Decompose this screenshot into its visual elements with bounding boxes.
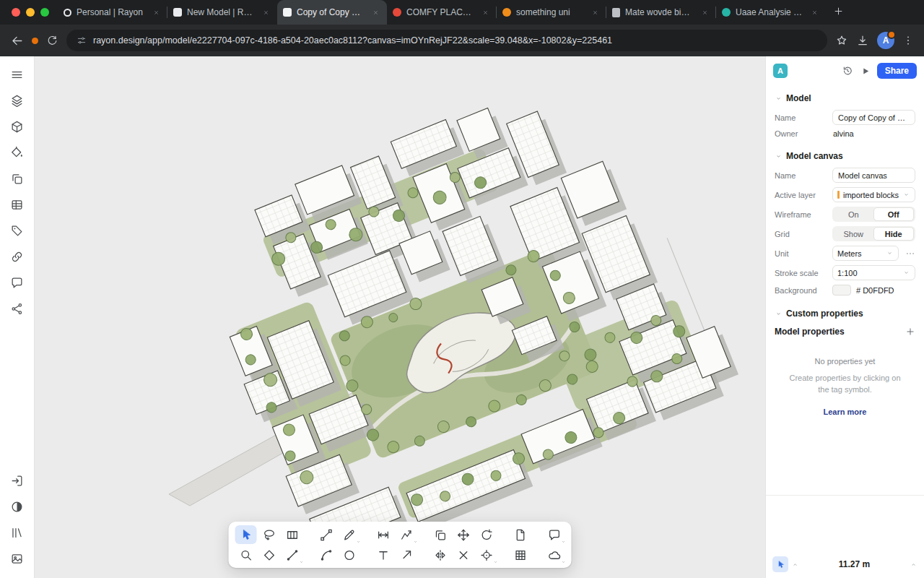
unit-select[interactable]: Meters bbox=[832, 246, 899, 261]
bookmark-star-button[interactable] bbox=[835, 34, 848, 47]
rail-cube-button[interactable] bbox=[5, 114, 30, 139]
cursor-mode-button[interactable] bbox=[772, 556, 788, 572]
tab-close-icon[interactable] bbox=[260, 7, 271, 18]
unit-more-button[interactable] bbox=[905, 249, 915, 259]
tool-comment-button[interactable] bbox=[544, 525, 565, 544]
present-play-icon[interactable] bbox=[860, 66, 871, 77]
custom-properties-section: Custom properties Model properties No pr… bbox=[766, 300, 924, 424]
rail-library-button[interactable] bbox=[5, 520, 30, 545]
tool-copy-button[interactable] bbox=[430, 525, 451, 544]
rail-tag-button[interactable] bbox=[5, 218, 30, 243]
browser-tab[interactable]: COMFY PLACE | W bbox=[387, 0, 497, 25]
canvas-name-input[interactable]: Model canvas bbox=[832, 168, 915, 183]
model-canvas-section-header[interactable]: Model canvas bbox=[775, 149, 915, 165]
custom-properties-title: Custom properties bbox=[786, 309, 863, 319]
site-settings-icon[interactable] bbox=[77, 35, 87, 46]
tool-text-button[interactable] bbox=[372, 545, 394, 564]
background-color-swatch[interactable] bbox=[832, 285, 851, 296]
chevron-down-icon[interactable] bbox=[493, 559, 499, 565]
tool-rotate-button[interactable] bbox=[476, 525, 497, 544]
tool-node-button[interactable] bbox=[315, 525, 337, 544]
zoom-window-button[interactable] bbox=[40, 8, 49, 17]
new-tab-button[interactable] bbox=[829, 3, 847, 22]
browser-tab[interactable]: New Model | Rayon bbox=[167, 0, 277, 25]
browser-tab[interactable]: Mate wovde biggs bbox=[606, 0, 716, 25]
rail-nodes-button[interactable] bbox=[5, 296, 30, 321]
chevron-down-icon[interactable] bbox=[299, 559, 305, 565]
tool-line-button[interactable] bbox=[282, 545, 303, 564]
window-controls bbox=[4, 0, 58, 25]
tool-arrow-button[interactable] bbox=[396, 545, 417, 564]
tool-arc-button[interactable] bbox=[315, 545, 337, 564]
rail-image-button[interactable] bbox=[5, 546, 30, 571]
chevron-down-icon bbox=[886, 249, 894, 257]
stroke-scale-select[interactable]: 1:100 bbox=[832, 265, 915, 280]
grid-hide-option[interactable]: Hide bbox=[873, 227, 915, 241]
chevron-up-icon[interactable] bbox=[791, 561, 799, 569]
tool-hatch-button[interactable] bbox=[510, 545, 531, 564]
tab-close-icon[interactable] bbox=[699, 7, 710, 18]
tool-polyline-button[interactable] bbox=[396, 525, 417, 544]
tool-lasso-button[interactable] bbox=[258, 525, 280, 544]
tab-close-icon[interactable] bbox=[370, 7, 381, 18]
reload-button[interactable] bbox=[46, 35, 58, 47]
browser-menu-button[interactable] bbox=[902, 35, 914, 46]
rail-contrast-button[interactable] bbox=[5, 494, 30, 519]
active-layer-select[interactable]: imported blocks bbox=[832, 187, 915, 202]
chevron-up-icon[interactable] bbox=[910, 561, 918, 569]
address-bar[interactable]: rayon.design/app/model/e2227704-097c-418… bbox=[66, 30, 827, 51]
chevron-down-icon[interactable] bbox=[413, 539, 419, 545]
tool-select-button[interactable] bbox=[235, 525, 257, 544]
tab-close-icon[interactable] bbox=[589, 7, 601, 18]
browser-tab[interactable]: Copy of Copy of N bbox=[277, 0, 387, 25]
chevron-down-icon[interactable] bbox=[356, 539, 362, 545]
tool-page-button[interactable] bbox=[510, 525, 531, 544]
minimize-window-button[interactable] bbox=[26, 8, 35, 17]
rail-export-button[interactable] bbox=[5, 468, 30, 493]
browser-tab[interactable]: Uaae Analysie - A bbox=[716, 0, 826, 25]
close-window-button[interactable] bbox=[12, 8, 20, 17]
rail-menu-button[interactable] bbox=[5, 62, 30, 87]
tab-close-icon[interactable] bbox=[150, 7, 162, 18]
chevron-down-icon[interactable] bbox=[561, 539, 567, 545]
wireframe-off-option[interactable]: Off bbox=[873, 207, 915, 221]
user-avatar[interactable]: A bbox=[773, 64, 788, 78]
chevron-down-icon bbox=[775, 152, 783, 160]
browser-tab[interactable]: Personal | Rayon bbox=[58, 0, 167, 25]
chevron-down-icon[interactable] bbox=[561, 559, 567, 565]
model-canvas-area[interactable] bbox=[35, 56, 765, 578]
tool-flip-button[interactable] bbox=[430, 545, 451, 564]
tool-magnify-button[interactable] bbox=[235, 545, 257, 564]
back-button[interactable] bbox=[10, 34, 24, 48]
rail-table-button[interactable] bbox=[5, 192, 30, 217]
tool-circle-button[interactable] bbox=[339, 545, 360, 564]
learn-more-link[interactable]: Learn more bbox=[824, 407, 867, 416]
tool-diamond-button[interactable] bbox=[258, 545, 280, 564]
model-section-header[interactable]: Model bbox=[775, 91, 915, 108]
wireframe-on-option[interactable]: On bbox=[834, 208, 873, 220]
grid-show-option[interactable]: Show bbox=[834, 228, 873, 240]
tool-cross-button[interactable] bbox=[453, 545, 474, 564]
browser-tab[interactable]: something uni bbox=[497, 0, 606, 25]
rail-comment-button[interactable] bbox=[5, 270, 30, 295]
tool-measure-button[interactable] bbox=[372, 525, 394, 544]
tab-close-icon[interactable] bbox=[479, 7, 491, 18]
downloads-button[interactable] bbox=[856, 34, 869, 47]
model-name-input[interactable]: Copy of Copy of New M.. bbox=[832, 110, 915, 125]
tab-close-icon[interactable] bbox=[808, 7, 820, 18]
rail-copy-button[interactable] bbox=[5, 166, 30, 191]
tool-target-button[interactable] bbox=[476, 545, 497, 564]
tool-cloud-button[interactable] bbox=[544, 545, 565, 564]
rail-link-button[interactable] bbox=[5, 244, 30, 269]
add-property-button[interactable] bbox=[905, 327, 915, 337]
custom-properties-header[interactable]: Custom properties bbox=[775, 306, 915, 323]
tool-columns-button[interactable] bbox=[282, 525, 303, 544]
tool-move-button[interactable] bbox=[453, 525, 474, 544]
site-plan-canvas[interactable] bbox=[35, 56, 765, 578]
history-icon[interactable] bbox=[842, 65, 853, 77]
tool-pencil-button[interactable] bbox=[339, 525, 360, 544]
browser-profile-avatar[interactable]: A bbox=[877, 32, 894, 49]
share-button[interactable]: Share bbox=[877, 63, 917, 79]
rail-paint-button[interactable] bbox=[5, 140, 30, 165]
rail-layers-button[interactable] bbox=[5, 88, 30, 113]
